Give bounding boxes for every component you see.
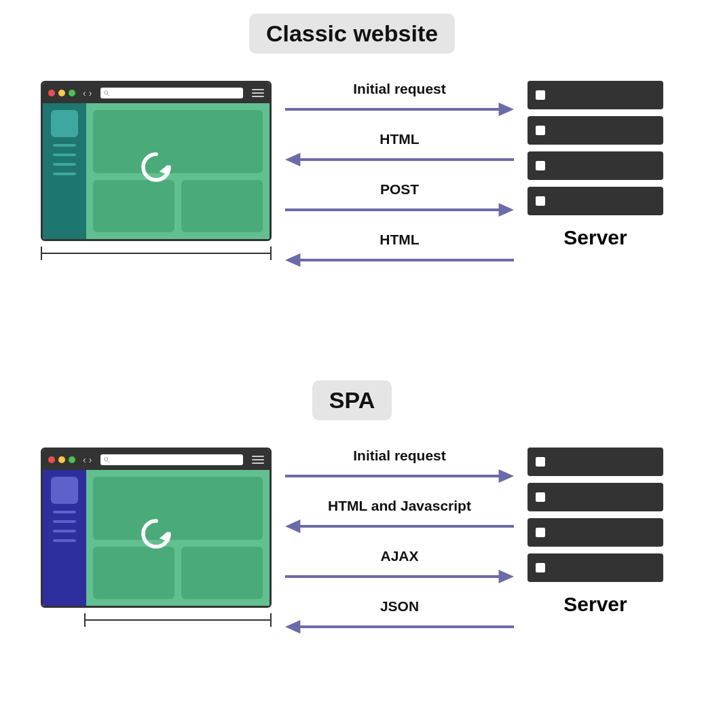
sidebar-line bbox=[53, 144, 76, 147]
content-panel-row bbox=[93, 180, 263, 232]
search-icon bbox=[103, 90, 110, 96]
server-led-icon bbox=[536, 161, 545, 170]
arrow-group: HTML bbox=[285, 131, 514, 169]
arrow-right-icon bbox=[285, 200, 514, 219]
browser-window-spa: ‹ › bbox=[41, 448, 272, 608]
row-classic: ‹ › bbox=[0, 81, 704, 270]
arrow-label: POST bbox=[380, 181, 419, 198]
sidebar-line bbox=[53, 539, 76, 542]
reload-icon bbox=[137, 515, 175, 556]
server-stack-classic: Server bbox=[527, 81, 663, 249]
browser-wrapper-spa: ‹ › bbox=[41, 448, 272, 627]
url-bar bbox=[100, 454, 243, 465]
arrow-group: HTML and Javascript bbox=[285, 498, 514, 536]
arrow-right-icon bbox=[285, 567, 514, 586]
arrows-classic: Initial request HTML POST HTML bbox=[272, 81, 527, 270]
section-classic: Classic website ‹ › bbox=[0, 14, 704, 270]
width-bracket-full bbox=[41, 247, 272, 260]
browser-wrapper-classic: ‹ › bbox=[41, 81, 272, 260]
svg-marker-21 bbox=[285, 620, 300, 634]
arrow-right-icon bbox=[285, 100, 514, 119]
chevron-left-icon: ‹ bbox=[83, 454, 86, 465]
server-unit bbox=[527, 151, 663, 180]
content-panel bbox=[181, 180, 263, 232]
hamburger-icon bbox=[252, 89, 264, 97]
sidebar-line bbox=[53, 163, 76, 166]
svg-marker-15 bbox=[499, 469, 514, 483]
nav-arrows: ‹ › bbox=[83, 88, 92, 98]
server-label: Server bbox=[527, 226, 663, 249]
row-spa: ‹ › bbox=[0, 448, 704, 636]
server-unit bbox=[527, 518, 663, 547]
arrow-label: HTML bbox=[379, 232, 419, 248]
sidebar-block bbox=[51, 110, 78, 137]
page-sidebar bbox=[43, 103, 86, 239]
server-led-icon bbox=[536, 528, 545, 537]
arrow-group: AJAX bbox=[285, 548, 514, 586]
browser-titlebar: ‹ › bbox=[43, 450, 270, 470]
svg-point-11 bbox=[105, 458, 108, 461]
server-unit bbox=[527, 483, 663, 511]
server-led-icon bbox=[536, 563, 545, 572]
server-label: Server bbox=[527, 593, 663, 616]
svg-marker-6 bbox=[285, 153, 300, 166]
svg-line-12 bbox=[108, 460, 110, 462]
server-led-icon bbox=[536, 126, 545, 135]
arrow-label: JSON bbox=[380, 598, 419, 615]
window-close-icon bbox=[48, 90, 55, 96]
arrow-left-icon bbox=[285, 617, 514, 636]
server-unit bbox=[527, 81, 663, 109]
page-content bbox=[86, 103, 270, 239]
browser-titlebar: ‹ › bbox=[43, 83, 270, 103]
title-spa: SPA bbox=[312, 380, 392, 420]
content-panel bbox=[93, 477, 263, 540]
svg-marker-19 bbox=[499, 570, 514, 583]
content-panel bbox=[93, 110, 263, 173]
arrow-group: HTML bbox=[285, 232, 514, 270]
sidebar-line bbox=[53, 153, 76, 156]
arrow-group: JSON bbox=[285, 598, 514, 636]
svg-marker-4 bbox=[499, 103, 514, 116]
arrow-right-icon bbox=[285, 467, 514, 486]
svg-marker-8 bbox=[499, 203, 514, 217]
window-minimize-icon bbox=[58, 90, 65, 96]
page-sidebar bbox=[43, 470, 86, 606]
svg-point-0 bbox=[105, 91, 108, 94]
chevron-left-icon: ‹ bbox=[83, 88, 86, 98]
sidebar-line bbox=[53, 511, 76, 513]
url-bar bbox=[100, 88, 243, 98]
page-content bbox=[86, 470, 270, 606]
chevron-right-icon: › bbox=[89, 88, 92, 98]
sidebar-line bbox=[53, 530, 76, 532]
width-bracket-partial bbox=[84, 613, 272, 627]
arrow-label: Initial request bbox=[353, 81, 446, 97]
server-unit bbox=[527, 116, 663, 145]
sidebar-line bbox=[53, 172, 76, 175]
arrows-spa: Initial request HTML and Javascript AJAX… bbox=[272, 448, 527, 636]
arrow-group: Initial request bbox=[285, 448, 514, 486]
reload-icon bbox=[137, 148, 175, 189]
server-stack-spa: Server bbox=[527, 448, 663, 616]
browser-body bbox=[43, 470, 270, 606]
section-spa: SPA ‹ › bbox=[0, 380, 704, 636]
server-unit bbox=[527, 448, 663, 476]
svg-marker-10 bbox=[285, 253, 300, 267]
search-icon bbox=[103, 456, 110, 463]
content-panel-row bbox=[93, 547, 263, 599]
hamburger-icon bbox=[252, 456, 264, 464]
window-close-icon bbox=[48, 456, 55, 463]
server-unit bbox=[527, 187, 663, 215]
server-led-icon bbox=[536, 457, 545, 467]
arrow-group: POST bbox=[285, 181, 514, 219]
browser-window-classic: ‹ › bbox=[41, 81, 272, 241]
title-classic: Classic website bbox=[249, 14, 455, 54]
arrow-label: AJAX bbox=[380, 548, 418, 564]
arrow-left-icon bbox=[285, 251, 514, 270]
arrow-left-icon bbox=[285, 150, 514, 169]
nav-arrows: ‹ › bbox=[83, 454, 92, 465]
server-led-icon bbox=[536, 90, 545, 100]
server-led-icon bbox=[536, 196, 545, 206]
sidebar-block bbox=[51, 477, 78, 504]
sidebar-line bbox=[53, 520, 76, 523]
arrow-group: Initial request bbox=[285, 81, 514, 119]
